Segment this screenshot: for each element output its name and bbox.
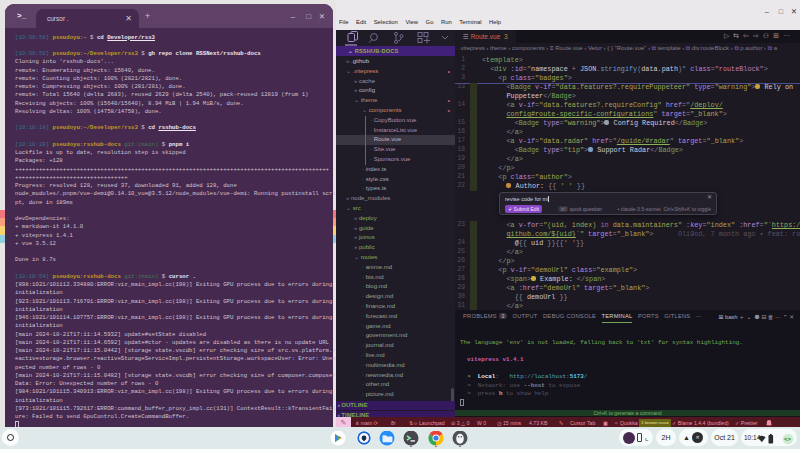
svg-text:<>: <> bbox=[784, 436, 791, 442]
